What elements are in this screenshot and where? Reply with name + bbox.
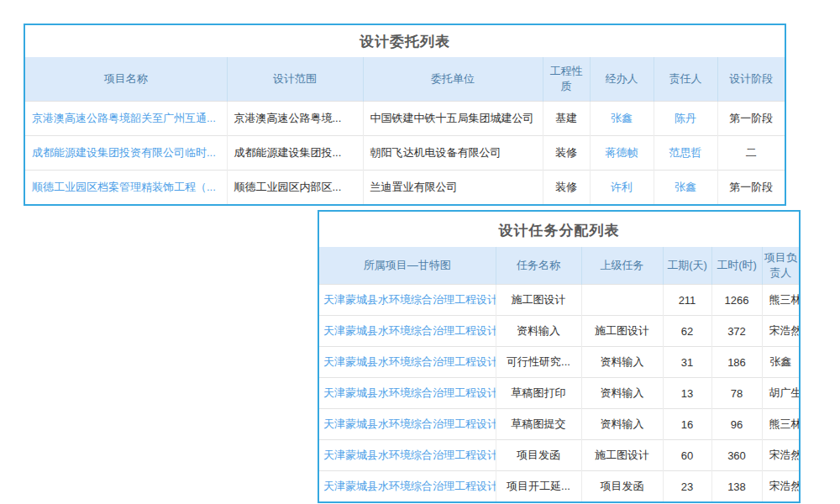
task-name-cell: 项目开工延... [496,471,581,502]
commission-table: 项目名称 设计范围 委托单位 工程性质 经办人 责任人 设计阶段 京港澳高速公路… [25,57,785,204]
task-name-cell: 可行性研究... [496,347,581,378]
owner-link[interactable]: 张鑫 [675,181,696,193]
col-header-parent-project-gantt: 所属项目—甘特图 [319,247,496,285]
commission-table-title: 设计委托列表 [25,25,785,57]
col-header-design-scope: 设计范围 [227,57,363,102]
task-table: 所属项目—甘特图 任务名称 上级任务 工期(天) 工时(时) 项目负责人 天津蒙… [319,247,799,501]
task-name-cell: 资料输入 [496,316,581,347]
col-header-project-lead: 项目负责人 [762,247,799,285]
parent-task-cell: 项目发函 [581,471,663,502]
design-stage-cell: 第一阶段 [717,171,785,205]
task-table-row: 天津蒙城县水环境综合治理工程设计项目 草稿图打印 资料输入 13 78 胡广生 [319,378,799,409]
col-header-design-stage: 设计阶段 [717,57,785,102]
task-name-cell: 施工图设计 [496,285,581,316]
duration-days-cell: 13 [663,378,711,409]
task-table-row: 天津蒙城县水环境综合治理工程设计项目 项目发函 施工图设计 60 360 宋浩然 [319,440,799,471]
duration-days-cell: 62 [663,316,711,347]
commission-header-row: 项目名称 设计范围 委托单位 工程性质 经办人 责任人 设计阶段 [25,57,785,102]
design-stage-cell: 第一阶段 [717,102,785,136]
task-project-link[interactable]: 天津蒙城县水环境综合治理工程设计项目 [323,293,496,306]
design-task-assignment-table: 设计任务分配列表 所属项目—甘特图 任务名称 上级任务 工期(天) 工时(时) … [318,210,801,503]
task-table-row: 天津蒙城县水环境综合治理工程设计项目 草稿图提交 资料输入 16 96 熊三林 [319,409,799,440]
task-project-link[interactable]: 天津蒙城县水环境综合治理工程设计项目 [323,355,496,368]
parent-task-cell: 资料输入 [581,347,663,378]
task-name-cell: 草稿图打印 [496,378,581,409]
task-table-row: 天津蒙城县水环境综合治理工程设计项目 施工图设计 211 1266 熊三林 [319,285,799,316]
parent-task-cell: 施工图设计 [581,316,663,347]
handler-link[interactable]: 许利 [611,181,633,193]
project-nature-cell: 装修 [543,136,590,171]
project-lead-cell: 张鑫 [762,347,799,378]
col-header-owner: 责任人 [654,57,717,102]
task-table-row: 天津蒙城县水环境综合治理工程设计项目 可行性研究... 资料输入 31 186 … [319,347,799,378]
work-hours-cell: 372 [711,316,762,347]
project-nature-cell: 装修 [543,171,590,205]
design-stage-cell: 二 [717,136,785,171]
task-name-cell: 项目发函 [496,440,581,471]
project-lead-cell: 胡广生 [762,378,799,409]
parent-task-cell [581,285,663,316]
owner-link[interactable]: 陈丹 [675,112,696,124]
task-header-row: 所属项目—甘特图 任务名称 上级任务 工期(天) 工时(时) 项目负责人 [319,247,799,285]
work-hours-cell: 1266 [711,285,762,316]
task-table-title: 设计任务分配列表 [319,212,799,247]
client-unit-cell: 兰迪置业有限公司 [363,171,543,205]
col-header-project-name: 项目名称 [25,57,227,102]
col-header-duration-days: 工期(天) [663,247,711,285]
parent-task-cell: 资料输入 [581,378,663,409]
duration-days-cell: 211 [663,285,711,316]
task-name-cell: 草稿图提交 [496,409,581,440]
client-unit-cell: 中国铁建中铁十五局集团城建公司 [363,102,543,136]
design-scope-cell: 顺德工业园区内部区... [227,171,363,205]
parent-task-cell: 资料输入 [581,409,663,440]
parent-task-cell: 施工图设计 [581,440,663,471]
project-nature-cell: 基建 [543,102,590,136]
commission-table-row: 京港澳高速公路粤境韶关至广州互通... 京港澳高速公路粤境... 中国铁建中铁十… [25,102,785,136]
duration-days-cell: 60 [663,440,711,471]
project-lead-cell: 熊三林 [762,285,799,316]
project-lead-cell: 宋浩然 [762,316,799,347]
col-header-client-unit: 委托单位 [363,57,543,102]
project-name-link[interactable]: 成都能源建设集团投资有限公司临时... [32,146,216,159]
task-project-link[interactable]: 天津蒙城县水环境综合治理工程设计项目 [323,449,496,461]
project-lead-cell: 宋浩然 [762,440,799,471]
duration-days-cell: 31 [663,347,711,378]
work-hours-cell: 138 [711,471,762,502]
handler-link[interactable]: 蒋德帧 [606,146,638,159]
task-project-link[interactable]: 天津蒙城县水环境综合治理工程设计项目 [323,480,496,492]
project-lead-cell: 熊三林 [762,409,799,440]
client-unit-cell: 朝阳飞达机电设备有限公司 [363,136,543,171]
work-hours-cell: 78 [711,378,762,409]
project-name-link[interactable]: 京港澳高速公路粤境韶关至广州互通... [32,112,216,124]
duration-days-cell: 23 [663,471,711,502]
task-project-link[interactable]: 天津蒙城县水环境综合治理工程设计项目 [323,324,496,337]
task-table-row: 天津蒙城县水环境综合治理工程设计项目 项目开工延... 项目发函 23 138 … [319,471,799,502]
col-header-task-name: 任务名称 [496,247,581,285]
col-header-parent-task: 上级任务 [581,247,663,285]
owner-link[interactable]: 范思哲 [669,146,702,159]
design-scope-cell: 京港澳高速公路粤境... [227,102,363,136]
col-header-handler: 经办人 [590,57,654,102]
task-project-link[interactable]: 天津蒙城县水环境综合治理工程设计项目 [323,417,496,430]
work-hours-cell: 96 [711,409,762,440]
project-name-link[interactable]: 顺德工业园区档案管理精装饰工程（... [32,181,216,193]
design-scope-cell: 成都能源建设集团投... [227,136,363,171]
duration-days-cell: 16 [663,409,711,440]
project-lead-cell: 宋浩然 [762,471,799,502]
commission-table-row: 顺德工业园区档案管理精装饰工程（... 顺德工业园区内部区... 兰迪置业有限公… [25,171,785,205]
task-project-link[interactable]: 天津蒙城县水环境综合治理工程设计项目 [323,386,496,399]
commission-table-row: 成都能源建设集团投资有限公司临时... 成都能源建设集团投... 朝阳飞达机电设… [25,136,785,171]
task-table-row: 天津蒙城县水环境综合治理工程设计项目 资料输入 施工图设计 62 372 宋浩然 [319,316,799,347]
handler-link[interactable]: 张鑫 [611,112,633,124]
col-header-work-hours: 工时(时) [711,247,762,285]
design-commission-table: 设计委托列表 项目名称 设计范围 委托单位 工程性质 经办人 责任人 设计阶段 … [24,24,786,206]
col-header-project-nature: 工程性质 [543,57,590,102]
work-hours-cell: 360 [711,440,762,471]
work-hours-cell: 186 [711,347,762,378]
